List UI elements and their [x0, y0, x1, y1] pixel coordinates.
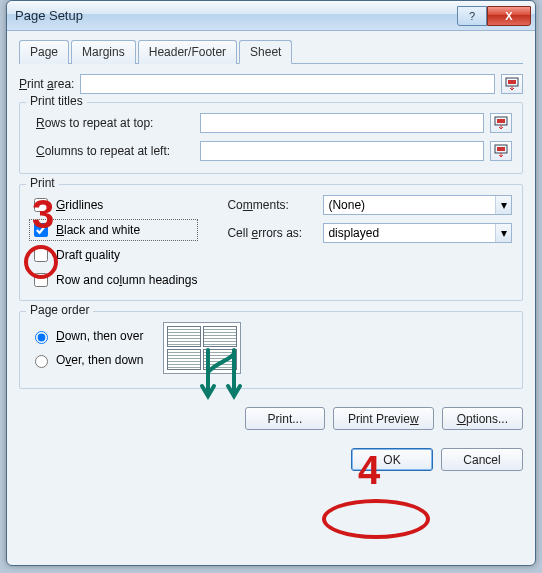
collapse-dialog-icon — [494, 144, 508, 158]
diagram-page-icon — [167, 349, 201, 370]
diagram-page-icon — [167, 326, 201, 347]
radio-over-down-input[interactable] — [35, 355, 48, 368]
checkbox-draft[interactable]: Draft quality — [30, 245, 197, 265]
print-button[interactable]: Print... — [245, 407, 325, 430]
checkbox-draft-input[interactable] — [34, 248, 48, 262]
tab-page[interactable]: Page — [19, 40, 69, 64]
print-preview-button[interactable]: Print Preview — [333, 407, 434, 430]
print-titles-group: Print titles Rows to repeat at top: Colu… — [19, 102, 523, 174]
help-button[interactable]: ? — [457, 6, 487, 26]
radio-over-down-label: Over, then down — [56, 353, 143, 367]
cols-repeat-range-button[interactable] — [490, 141, 512, 161]
ok-button[interactable]: OK — [351, 448, 433, 471]
window-title: Page Setup — [15, 8, 457, 23]
radio-over-down[interactable]: Over, then down — [30, 352, 143, 368]
checkbox-gridlines-input[interactable] — [34, 198, 48, 212]
options-button[interactable]: Options... — [442, 407, 523, 430]
diagram-page-icon — [203, 349, 237, 370]
rows-repeat-label: Rows to repeat at top: — [36, 116, 194, 130]
page-order-group: Page order Down, then over Over, then do… — [19, 311, 523, 389]
dialog-body: Page Margins Header/Footer Sheet Print a… — [7, 31, 535, 483]
tab-sheet[interactable]: Sheet — [239, 40, 292, 64]
cols-repeat-label: Columns to repeat at left: — [36, 144, 194, 158]
print-area-range-button[interactable] — [501, 74, 523, 94]
checkbox-rowcol-input[interactable] — [34, 273, 48, 287]
errors-value: displayed — [328, 226, 379, 240]
radio-down-over-input[interactable] — [35, 331, 48, 344]
ok-cancel-row: OK Cancel — [19, 448, 523, 471]
errors-label: Cell errors as: — [227, 226, 317, 240]
comments-label: Comments: — [227, 198, 317, 212]
page-order-label: Page order — [26, 303, 93, 317]
page-order-diagram — [163, 322, 241, 374]
diagram-page-icon — [203, 326, 237, 347]
checkbox-bw-label: Black and white — [56, 223, 140, 237]
print-area-row: Print area: — [19, 74, 523, 94]
checkbox-rowcol[interactable]: Row and column headings — [30, 270, 197, 290]
comments-combo[interactable]: (None) ▾ — [323, 195, 512, 215]
chevron-down-icon: ▾ — [495, 196, 511, 214]
comments-value: (None) — [328, 198, 365, 212]
print-area-input[interactable] — [80, 74, 495, 94]
svg-rect-1 — [508, 80, 516, 84]
rows-repeat-input[interactable] — [200, 113, 484, 133]
collapse-dialog-icon — [494, 116, 508, 130]
tab-bar: Page Margins Header/Footer Sheet — [19, 39, 523, 64]
checkbox-gridlines-label: Gridlines — [56, 198, 103, 212]
print-group-label: Print — [26, 176, 59, 190]
cols-repeat-input[interactable] — [200, 141, 484, 161]
print-titles-label: Print titles — [26, 94, 87, 108]
dialog-window: Page Setup ? X Page Margins Header/Foote… — [6, 0, 536, 566]
checkbox-draft-label: Draft quality — [56, 248, 120, 262]
svg-rect-5 — [497, 147, 505, 151]
window-buttons: ? X — [457, 6, 531, 26]
action-buttons: Print... Print Preview Options... — [19, 407, 523, 430]
print-area-label: Print area: — [19, 77, 74, 91]
close-button[interactable]: X — [487, 6, 531, 26]
checkbox-rowcol-label: Row and column headings — [56, 273, 197, 287]
radio-down-over-label: Down, then over — [56, 329, 143, 343]
print-group: Print Gridlines Black and white — [19, 184, 523, 301]
checkbox-bw[interactable]: Black and white — [30, 220, 197, 240]
svg-rect-3 — [497, 119, 505, 123]
checkbox-gridlines[interactable]: Gridlines — [30, 195, 197, 215]
radio-down-over[interactable]: Down, then over — [30, 328, 143, 344]
chevron-down-icon: ▾ — [495, 224, 511, 242]
titlebar[interactable]: Page Setup ? X — [7, 1, 535, 31]
errors-combo[interactable]: displayed ▾ — [323, 223, 512, 243]
cancel-button[interactable]: Cancel — [441, 448, 523, 471]
tab-margins[interactable]: Margins — [71, 40, 136, 64]
rows-repeat-range-button[interactable] — [490, 113, 512, 133]
collapse-dialog-icon — [505, 77, 519, 91]
checkbox-bw-input[interactable] — [34, 223, 48, 237]
tab-headerfooter[interactable]: Header/Footer — [138, 40, 237, 64]
